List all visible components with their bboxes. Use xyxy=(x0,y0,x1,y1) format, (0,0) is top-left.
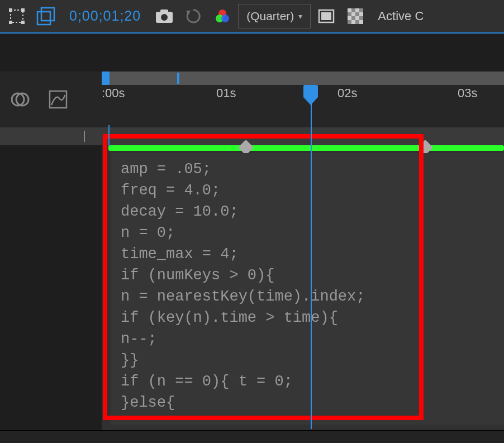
current-timecode[interactable]: 0;00;01;20 xyxy=(61,8,149,24)
content-right: amp = .05; freq = 4.0; decay = 10.0; n =… xyxy=(102,145,504,430)
snapshot-button[interactable] xyxy=(151,3,178,30)
svg-point-13 xyxy=(221,15,229,22)
motion-blur-toggle[interactable] xyxy=(10,88,32,111)
playhead-arrow[interactable] xyxy=(303,97,318,105)
content-left-gutter xyxy=(0,145,102,430)
work-area-start-handle[interactable] xyxy=(102,72,110,85)
svg-rect-24 xyxy=(359,20,363,24)
timeline-header: :00s 01s 02s 03s xyxy=(0,72,504,127)
svg-rect-2 xyxy=(21,8,25,12)
svg-rect-4 xyxy=(21,21,25,24)
svg-rect-8 xyxy=(160,9,168,13)
timeline-left-gutter xyxy=(0,72,102,127)
svg-rect-3 xyxy=(9,21,12,24)
time-ruler[interactable]: :00s 01s 02s 03s xyxy=(102,85,504,103)
comp-start-line xyxy=(108,125,110,146)
work-area-bar[interactable] xyxy=(102,72,504,85)
svg-point-9 xyxy=(161,14,168,21)
camera-icon xyxy=(155,9,173,23)
tick-label: 03s xyxy=(458,86,477,101)
svg-rect-21 xyxy=(348,16,351,20)
svg-rect-20 xyxy=(359,12,363,16)
timeline-ruler[interactable]: :00s 01s 02s 03s xyxy=(102,72,504,127)
layer-row-right[interactable] xyxy=(102,127,504,145)
svg-rect-23 xyxy=(351,20,355,24)
work-area-marker[interactable] xyxy=(177,73,179,84)
svg-rect-1 xyxy=(9,8,12,12)
svg-rect-6 xyxy=(41,8,54,21)
timeline-content: amp = .05; freq = 4.0; decay = 10.0; n =… xyxy=(0,145,504,430)
expression-editor[interactable]: amp = .05; freq = 4.0; decay = 10.0; n =… xyxy=(111,153,504,425)
refresh-icon xyxy=(185,8,202,25)
resolution-dropdown[interactable]: (Quarter) ▾ xyxy=(238,4,311,28)
playhead-line xyxy=(311,103,312,429)
transparency-grid-button[interactable] xyxy=(342,3,369,30)
toggle-view-button[interactable] xyxy=(313,3,340,30)
color-channels-button[interactable] xyxy=(209,3,236,30)
svg-rect-19 xyxy=(351,12,355,16)
layer-duration-bar[interactable] xyxy=(108,145,504,151)
preview-toolbar: 0;00;01;20 (Quarter) ▾ xyxy=(0,0,504,32)
svg-rect-27 xyxy=(50,91,66,108)
tick-label: 02s xyxy=(337,86,357,101)
svg-rect-18 xyxy=(355,8,359,12)
svg-rect-15 xyxy=(321,12,331,20)
resolution-label: (Quarter) xyxy=(246,9,294,23)
graph-icon xyxy=(48,89,68,109)
color-icon xyxy=(215,8,230,24)
roi-icon xyxy=(8,8,25,25)
grid-icon xyxy=(348,8,363,24)
svg-rect-22 xyxy=(355,16,359,20)
chevron-down-icon: ▾ xyxy=(298,12,302,21)
svg-rect-5 xyxy=(37,12,50,25)
layer-row-left xyxy=(0,127,102,145)
view-icon xyxy=(318,9,335,23)
layer-marker xyxy=(84,131,85,142)
tick-label: 01s xyxy=(216,86,236,101)
playhead-head[interactable] xyxy=(303,85,318,97)
motion-blur-icon xyxy=(11,90,31,108)
bottom-bar xyxy=(0,430,504,443)
show-snapshot-button xyxy=(180,3,207,30)
mask-crop-button[interactable] xyxy=(32,3,59,30)
panel-gap xyxy=(0,34,504,72)
tick-label: :00s xyxy=(102,86,125,101)
svg-rect-0 xyxy=(11,10,23,22)
mask-icon xyxy=(36,7,55,26)
svg-rect-17 xyxy=(348,8,351,12)
active-camera-label[interactable]: Active C xyxy=(371,9,430,23)
region-of-interest-button[interactable] xyxy=(3,3,30,30)
graph-editor-button[interactable] xyxy=(47,88,69,111)
